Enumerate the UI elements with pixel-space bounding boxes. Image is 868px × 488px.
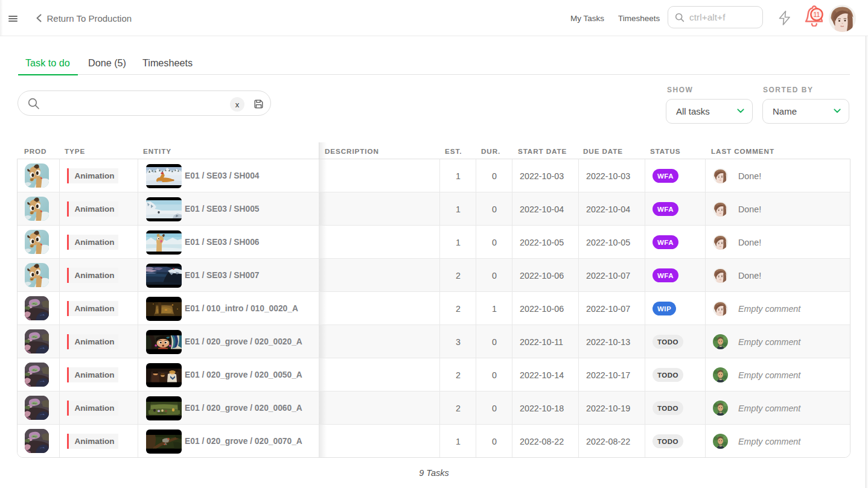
svg-text:11: 11 bbox=[814, 10, 820, 17]
